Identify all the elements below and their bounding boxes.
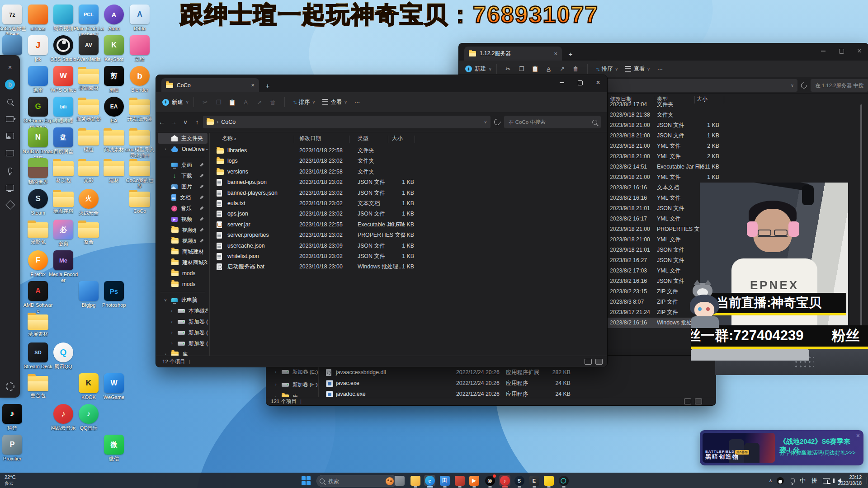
sidebar-item-图片[interactable]: 图片 bbox=[158, 181, 208, 192]
view-button[interactable]: 查看∨ bbox=[322, 99, 347, 106]
sidebar-item-mods[interactable]: mods bbox=[158, 268, 208, 279]
taskbar-app-orange-app[interactable]: ▶ bbox=[468, 475, 480, 486]
col-header-名称[interactable]: 名称 ∧ bbox=[222, 135, 236, 142]
file-row[interactable]: eula.txt2023/10/18 23:02文本文档1 KB bbox=[213, 198, 600, 209]
file-row[interactable]: server.properties2023/10/18 23:02PROPERT… bbox=[213, 230, 600, 240]
taskbar-app-pixel-app[interactable] bbox=[543, 475, 554, 486]
sidebar-item-mods[interactable]: mods bbox=[158, 279, 208, 290]
desktop-icon-微信[interactable]: 微微信 bbox=[98, 435, 130, 462]
desktop-icon-开发版未装[interactable]: 开发版未装 bbox=[124, 97, 156, 122]
bilibili-live-icon[interactable]: b bbox=[5, 80, 15, 89]
close-button[interactable]: × bbox=[850, 43, 868, 59]
column-separator[interactable] bbox=[694, 96, 695, 103]
refresh-icon[interactable] bbox=[800, 81, 808, 89]
file-row[interactable]: server.jar2023/10/18 22:55Executable Jar… bbox=[213, 220, 600, 230]
taskbar-app-file-explorer[interactable] bbox=[410, 475, 421, 486]
taskbar-search-input[interactable] bbox=[327, 478, 370, 485]
dock-close-icon[interactable]: × bbox=[5, 62, 15, 72]
rename-icon[interactable]: A̲ bbox=[542, 63, 556, 75]
desktop-icon-立绘[interactable]: 立绘 bbox=[124, 35, 156, 62]
desktop-icon-Proxifier[interactable]: PProxifier bbox=[0, 435, 28, 462]
sidebar-item-主文件夹[interactable]: 主文件夹 bbox=[158, 133, 208, 144]
sidebar-item-文档[interactable]: 文档 bbox=[158, 192, 208, 203]
ime-pinyin[interactable]: 拼 bbox=[811, 473, 817, 488]
desktop-icon-AMD Software[interactable]: AAMD Software bbox=[22, 281, 54, 314]
sidebar-item-此电脑[interactable]: ∨此电脑 bbox=[158, 295, 208, 305]
tray-expand[interactable]: ∧ bbox=[769, 473, 772, 488]
dock-monitor-icon[interactable] bbox=[5, 183, 15, 192]
tray-qq-icon[interactable] bbox=[777, 473, 784, 488]
sidebar-item-桌面[interactable]: 桌面 bbox=[158, 160, 208, 170]
copy-icon[interactable]: ❐ bbox=[515, 63, 528, 75]
desktop-icon-腾讯QQ[interactable]: Q腾讯QQ bbox=[47, 343, 79, 370]
desktop-icon-D90o[interactable]: AD90o bbox=[124, 5, 156, 32]
more-button[interactable]: ··· bbox=[354, 99, 360, 105]
desktop-icon-整合[interactable]: 整合 bbox=[73, 220, 104, 245]
paste-icon[interactable]: 📋 bbox=[226, 96, 239, 108]
sidebar-item-新加卷 (F:)[interactable]: ›新加卷 (F:) bbox=[268, 379, 324, 390]
taskbar-app-epic[interactable]: E bbox=[528, 475, 540, 486]
scrollbar[interactable] bbox=[860, 104, 862, 330]
desktop-icon-smd模型导入导出插件[interactable]: smd模型导入导出插件 bbox=[124, 127, 156, 159]
column-separator[interactable] bbox=[349, 136, 349, 143]
tray-mic-icon[interactable] bbox=[791, 473, 795, 488]
file-row[interactable]: ops.json2023/10/18 23:02JSON 文件1 KB bbox=[213, 209, 600, 219]
paste-icon[interactable]: 📋 bbox=[528, 63, 542, 75]
new-button[interactable]: + 新建∨ bbox=[162, 99, 189, 106]
delete-icon[interactable]: 🗑 bbox=[266, 96, 280, 108]
sidebar-item-库[interactable]: ›库 bbox=[158, 349, 208, 356]
column-separator[interactable] bbox=[294, 136, 294, 143]
file-row[interactable]: 2023/8/2 14:51Executable Jar File7,611 K… bbox=[607, 162, 726, 172]
file-row[interactable]: javaaccessbridge.dll2022/12/24 20:26应用程序… bbox=[324, 367, 704, 378]
tab-server[interactable]: 1.12.2服务器 × bbox=[464, 47, 562, 61]
refresh-icon[interactable] bbox=[493, 117, 502, 127]
minimize-button[interactable] bbox=[814, 43, 832, 59]
share-icon[interactable]: ↗ bbox=[253, 96, 266, 108]
recent-icon[interactable]: ∨ bbox=[179, 118, 191, 126]
cut-icon[interactable]: ✂ bbox=[501, 63, 515, 75]
search-field[interactable] bbox=[504, 116, 601, 128]
view-list-toggle[interactable] bbox=[585, 359, 592, 365]
copy-icon[interactable]: ❐ bbox=[212, 96, 226, 108]
sidebar-item-新加卷 (E:)[interactable]: ›新加卷 (E:) bbox=[268, 366, 324, 377]
dock-camera-icon[interactable] bbox=[5, 114, 15, 124]
sort-button[interactable]: ↑↓排序∨ bbox=[596, 65, 618, 73]
sidebar-item-商城建材[interactable]: 商城建材 bbox=[158, 246, 208, 257]
network-icon[interactable] bbox=[823, 473, 830, 488]
desktop-icon-CoCo我的世界[interactable]: CoCo我的世界 bbox=[124, 158, 156, 189]
desktop-icon-整合包[interactable]: 整合包 bbox=[22, 373, 54, 399]
file-row[interactable]: whitelist.json2023/10/18 23:02JSON 文件1 K… bbox=[213, 251, 600, 262]
address-input[interactable]: › CoCo ∨ bbox=[203, 116, 491, 128]
taskbar-app-obs[interactable]: ◎ bbox=[484, 475, 495, 486]
cut-icon[interactable]: ✂ bbox=[198, 96, 212, 108]
file-row[interactable]: banned-players.json2023/10/18 23:02JSON … bbox=[213, 188, 600, 198]
desktop-icon-火绒安全[interactable]: 火火绒安全 bbox=[73, 189, 104, 216]
more-button[interactable]: ··· bbox=[657, 66, 663, 72]
dock-cube-icon[interactable] bbox=[5, 200, 15, 210]
dock-settings-icon[interactable] bbox=[5, 381, 15, 391]
file-row[interactable]: 2023/9/18 21:00JSON 文件1 KB bbox=[607, 120, 726, 131]
close-button[interactable]: × bbox=[589, 75, 607, 90]
desktop-icon-录屏素材[interactable]: 录屏素材 bbox=[22, 312, 54, 337]
desktop-icon-WeGame[interactable]: WWeGame bbox=[98, 373, 130, 400]
file-row[interactable]: libraries2023/10/18 22:58文件夹 bbox=[213, 145, 600, 156]
ad-banner[interactable]: BATTLEFIELD 第6赛季 黑暗创造物 《战地2042》S6赛季来袭！分.… bbox=[700, 430, 863, 465]
delete-icon[interactable]: 🗑 bbox=[569, 63, 583, 75]
taskbar-app-edge[interactable]: e bbox=[424, 475, 435, 486]
view-button[interactable]: 查看∨ bbox=[625, 65, 650, 73]
taskbar-search[interactable] bbox=[316, 475, 397, 487]
column-separator[interactable] bbox=[724, 96, 724, 103]
file-row[interactable]: javac.exe2022/12/24 20:26应用程序24 KB bbox=[324, 378, 704, 389]
col-header-修改日期[interactable]: 修改日期 bbox=[610, 95, 632, 103]
file-row[interactable]: 2023/9/18 21:00YML 文件1 KB bbox=[607, 172, 726, 183]
ime-mode[interactable]: 中 bbox=[800, 473, 806, 488]
search-input[interactable] bbox=[508, 119, 592, 125]
desktop-icon-抖音[interactable]: ♪抖音 bbox=[0, 404, 28, 431]
file-row[interactable]: 2023/9/18 21:38文件夹 bbox=[607, 110, 726, 120]
col-header-大小[interactable]: 大小 bbox=[392, 135, 403, 142]
taskbar-app-steam[interactable]: S bbox=[514, 475, 525, 486]
dock-image-icon[interactable] bbox=[5, 131, 15, 141]
sidebar-item-新加卷 (E:)[interactable]: ›新加卷 (E:) bbox=[158, 327, 208, 338]
clock[interactable]: 23:12 2023/10/18 bbox=[838, 474, 862, 486]
sidebar-item-音乐[interactable]: ♪音乐 bbox=[158, 203, 208, 214]
